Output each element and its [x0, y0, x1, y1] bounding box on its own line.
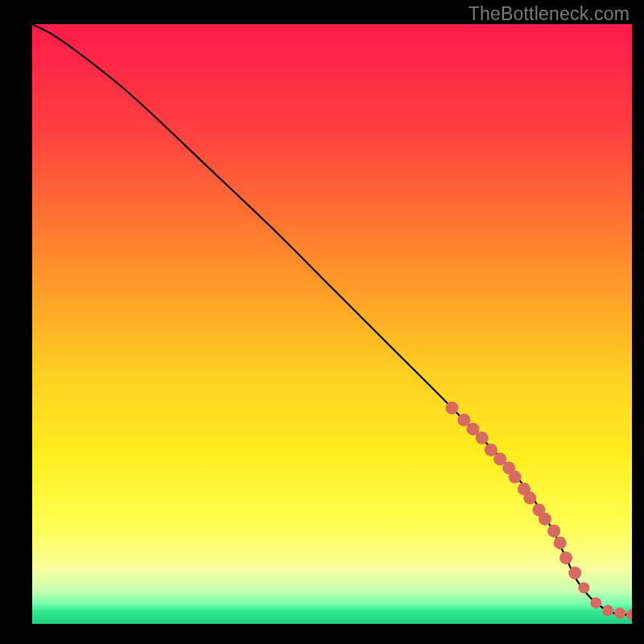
marker-point	[590, 597, 601, 609]
marker-point	[523, 492, 536, 505]
marker-point	[539, 513, 551, 526]
marker-point	[476, 431, 489, 444]
marker-point	[614, 608, 625, 619]
marker-point	[446, 402, 459, 415]
attribution-label: TheBottleneck.com	[469, 3, 630, 25]
marker-point	[509, 470, 522, 483]
marker-point	[559, 551, 572, 564]
gradient-background	[32, 24, 632, 624]
marker-point	[568, 567, 581, 580]
marker-point	[554, 536, 567, 549]
chart-plot-area	[32, 24, 632, 624]
marker-point	[602, 605, 613, 617]
chart-svg	[32, 24, 632, 624]
chart-container: TheBottleneck.com	[0, 0, 644, 644]
marker-point	[547, 525, 560, 538]
marker-point	[578, 582, 589, 593]
